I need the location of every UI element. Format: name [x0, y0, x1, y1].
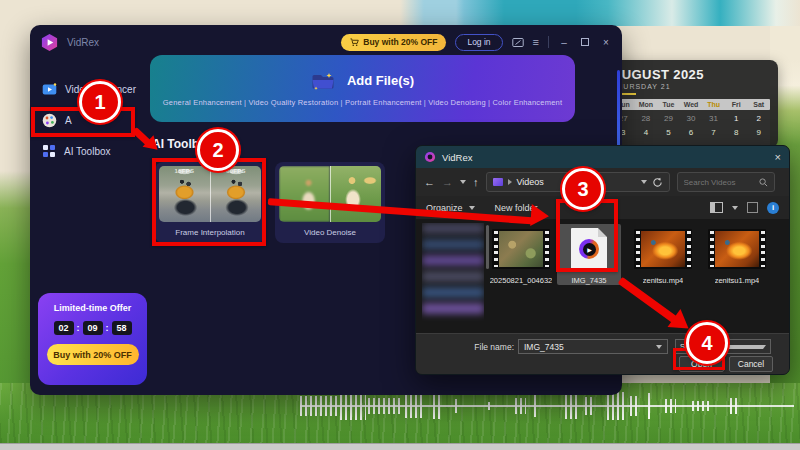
maximize-button[interactable]	[579, 37, 591, 48]
app-titlebar: VidRex Buy with 20% OFF Log in ≡	[30, 25, 622, 59]
forward-icon[interactable]: →	[442, 177, 453, 188]
file-name: zenitsu1.mp4	[715, 276, 760, 285]
calendar-widget: AUGUST 2025 THURSDAY 21 Sun Mon Tue Wed …	[600, 60, 778, 148]
file-name-label: File name:	[474, 342, 514, 352]
countdown-minutes: 09	[83, 321, 103, 335]
dialog-bottom-bar: File name: Supported Formats (*.ts;*.mt …	[416, 333, 789, 375]
calendar-week-row: 2728 2930 311 2	[612, 113, 770, 124]
add-files-folder-icon	[311, 71, 337, 91]
calendar-day-headers: Sun Mon Tue Wed Thu Fri Sat	[612, 99, 770, 110]
window-edge-accent	[617, 70, 620, 152]
cart-icon	[350, 38, 359, 47]
search-icon	[759, 178, 768, 187]
offer-buy-button[interactable]: Buy with 20% OFF	[47, 344, 139, 365]
file-tile[interactable]: 20250821_004632	[489, 224, 553, 285]
card-label: Video Denoise	[279, 228, 381, 237]
breadcrumb-chevron-icon	[508, 179, 512, 185]
feedback-icon[interactable]	[512, 37, 524, 48]
file-name-field[interactable]	[518, 339, 668, 354]
vidrex-logo-icon	[40, 33, 59, 52]
countdown-seconds: 58	[112, 321, 132, 335]
address-dropdown-icon[interactable]	[641, 180, 647, 184]
annotation-circle-1: 1	[79, 81, 121, 123]
video-thumbnail	[708, 229, 766, 269]
search-input[interactable]	[684, 178, 759, 187]
back-icon[interactable]: ←	[424, 177, 435, 188]
preview-pane-icon[interactable]	[747, 202, 758, 213]
minimize-button[interactable]: –	[558, 37, 570, 48]
file-name: zenitsu.mp4	[643, 276, 683, 285]
add-files-banner[interactable]: Add File(s) General Enhancement | Video …	[150, 55, 575, 122]
file-name-dropdown-icon[interactable]	[656, 345, 662, 349]
waveform-centerline	[300, 405, 794, 407]
refresh-icon[interactable]	[652, 177, 663, 188]
video-thumbnail	[634, 229, 692, 269]
cancel-button[interactable]: Cancel	[729, 356, 773, 372]
file-tile[interactable]: zenitsu.mp4	[631, 224, 695, 285]
annotation-rect-step2	[152, 158, 266, 246]
dialog-close-icon[interactable]: ×	[775, 151, 781, 163]
dialog-title: VidRex	[442, 152, 472, 163]
file-tile[interactable]: zenitsu1.mp4	[705, 224, 769, 285]
dialog-nav-pane-blurred	[422, 223, 484, 329]
address-breadcrumb: Videos	[517, 177, 544, 187]
help-icon[interactable]: i	[767, 202, 779, 214]
background-sky	[0, 0, 800, 26]
banner-subtitle: General Enhancement | Video Quality Rest…	[163, 98, 562, 107]
titlebar-separator	[548, 36, 549, 48]
close-button[interactable]: ×	[600, 37, 612, 48]
limited-offer-card: Limited-time Offer 02 : 09 : 58 Buy with…	[38, 293, 147, 385]
file-name-input[interactable]	[524, 342, 656, 352]
organize-chevron-icon	[469, 206, 475, 210]
calendar-day-label: THURSDAY 21	[612, 83, 770, 90]
view-options-icon[interactable]	[710, 202, 723, 213]
calendar-month: AUGUST 2025	[612, 67, 770, 82]
screenshot-stage: AUGUST 2025 THURSDAY 21 Sun Mon Tue Wed …	[0, 0, 800, 450]
annotation-circle-2: 2	[197, 129, 239, 171]
dialog-vidrex-icon	[424, 151, 436, 163]
menu-icon[interactable]: ≡	[533, 37, 539, 48]
video-thumbnail	[492, 229, 550, 269]
up-icon[interactable]: ↑	[473, 177, 479, 188]
banner-title: Add File(s)	[347, 73, 414, 88]
offer-countdown: 02 : 09 : 58	[54, 321, 132, 335]
annotation-circle-4: 4	[686, 322, 728, 364]
buy-discount-button[interactable]: Buy with 20% OFF	[341, 34, 446, 51]
annotation-circle-3: 3	[562, 168, 604, 210]
offer-title: Limited-time Offer	[54, 303, 132, 313]
countdown-hours: 02	[54, 321, 74, 335]
file-name: 20250821_004632	[490, 276, 553, 285]
calendar-week-row: 34 56 78 9	[612, 127, 770, 138]
video-denoise-thumbnail	[279, 166, 381, 222]
toolbox-grid-icon	[42, 144, 56, 158]
annotation-rect-step3	[556, 199, 618, 272]
login-button[interactable]: Log in	[455, 34, 502, 51]
view-options-chevron-icon[interactable]	[732, 206, 738, 210]
background-bottom-bar	[0, 443, 800, 450]
address-folder-icon	[493, 178, 503, 186]
history-chevron-icon[interactable]	[460, 180, 466, 184]
dialog-titlebar: VidRex ×	[416, 146, 789, 168]
annotation-arrowhead-step2	[530, 204, 550, 227]
file-name: IMG_7435	[571, 276, 606, 285]
search-box[interactable]	[677, 172, 775, 192]
video-enhancer-icon	[42, 83, 57, 96]
app-title: VidRex	[67, 37, 99, 48]
file-type-chevron-icon	[722, 345, 767, 349]
